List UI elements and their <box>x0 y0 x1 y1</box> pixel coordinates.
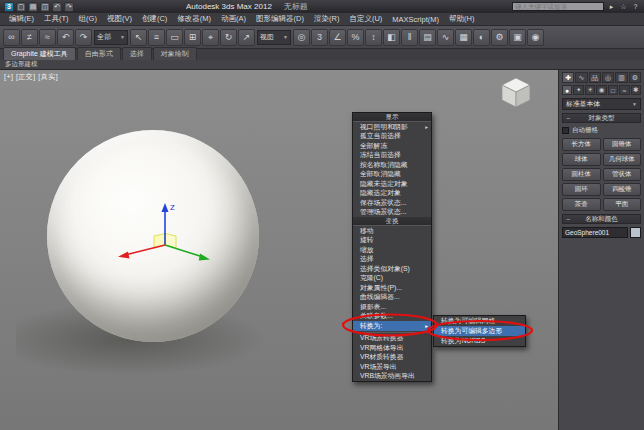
tab-motion[interactable]: ◎ <box>602 72 614 83</box>
menu-rendering[interactable]: 渲染(R) <box>309 14 344 24</box>
tab-object-paint[interactable]: 对象绘制 <box>153 47 197 60</box>
quad-header-transform[interactable]: 变换 <box>353 217 431 226</box>
app-logo[interactable]: 3 <box>4 2 14 12</box>
mirror-icon[interactable]: ◧ <box>383 29 400 46</box>
select-object-icon[interactable]: ↖ <box>130 29 147 46</box>
snap-toggle-icon[interactable]: 3 <box>311 29 328 46</box>
spinner-snap-icon[interactable]: ↕ <box>365 29 382 46</box>
new-file-icon[interactable]: ▢ <box>16 2 26 12</box>
menu-item-select[interactable]: 选择 <box>353 255 431 265</box>
menu-item-object-properties[interactable]: 对象属性(P)... <box>353 283 431 293</box>
coord-system-dropdown[interactable]: 视图 ▼ <box>257 30 291 45</box>
unlink-icon[interactable]: ≠ <box>21 29 38 46</box>
plane-button[interactable]: 平面 <box>603 198 642 211</box>
subtab-lights[interactable]: ☀ <box>585 85 595 95</box>
subtab-cameras[interactable]: ◉ <box>596 85 606 95</box>
category-dropdown[interactable]: 标准基本体 ▼ <box>562 98 641 110</box>
layer-manager-icon[interactable]: ▤ <box>419 29 436 46</box>
select-scale-icon[interactable]: ↗ <box>238 29 255 46</box>
geosphere-button[interactable]: 几何球体 <box>603 153 642 166</box>
menu-edit[interactable]: 编辑(E) <box>4 14 39 24</box>
cone-button[interactable]: 圆锥体 <box>603 138 642 151</box>
save-icon[interactable]: ◫ <box>40 2 50 12</box>
menu-item-wire-parameters[interactable]: 关联参数... <box>353 312 431 322</box>
select-link-icon[interactable]: ∞ <box>3 29 20 46</box>
render-icon[interactable]: ◉ <box>527 29 544 46</box>
redo-icon[interactable]: ↷ <box>64 2 74 12</box>
percent-snap-icon[interactable]: % <box>347 29 364 46</box>
window-crossing-icon[interactable]: ⊞ <box>184 29 201 46</box>
selection-filter-dropdown[interactable]: 全部 ▼ <box>94 30 128 45</box>
quad-header-display[interactable]: 显示 <box>353 113 431 122</box>
menu-group[interactable]: 组(G) <box>74 14 102 24</box>
menu-item-isolate-selection[interactable]: 孤立当前选择 <box>353 132 431 142</box>
menu-item-freeze-selection[interactable]: 冻结当前选择 <box>353 151 431 161</box>
menu-item-convert-to[interactable]: 转换为: ▸ <box>353 321 431 331</box>
sphere-button[interactable]: 球体 <box>562 153 601 166</box>
menu-item-hide-unselected[interactable]: 隐藏未选定对象 <box>353 179 431 189</box>
curve-editor-icon[interactable]: ∿ <box>437 29 454 46</box>
rendered-frame-icon[interactable]: ▣ <box>509 29 526 46</box>
polygon-modeling-panel-label[interactable]: 多边形建模 <box>5 60 38 69</box>
menu-item-vray-scene-converter[interactable]: VR场景转换器 <box>353 334 431 344</box>
tab-selection[interactable]: 选择 <box>122 47 152 60</box>
tab-modify[interactable]: ∿ <box>575 72 587 83</box>
select-rotate-icon[interactable]: ↻ <box>220 29 237 46</box>
menu-help[interactable]: 帮助(H) <box>444 14 479 24</box>
select-move-icon[interactable]: ⌖ <box>202 29 219 46</box>
undo-icon[interactable]: ↶ <box>52 2 62 12</box>
bind-spacewarp-icon[interactable]: ≈ <box>39 29 56 46</box>
menu-item-unhide-all[interactable]: 全部取消隐藏 <box>353 170 431 180</box>
menu-item-viewport-lighting[interactable]: 视口照明和阴影 ▸ <box>353 122 431 132</box>
pyramid-button[interactable]: 四棱锥 <box>603 183 642 196</box>
menu-item-move[interactable]: 移动 <box>353 226 431 236</box>
subtab-space-warps[interactable]: ≈ <box>619 85 629 95</box>
star-icon[interactable]: ☆ <box>619 3 628 11</box>
menu-item-convert-editable-poly[interactable]: 转换为可编辑多边形 <box>434 326 525 336</box>
dope-sheet-icon[interactable]: ▦ <box>455 29 472 46</box>
menu-item-vray-scene-anim-export[interactable]: VRB场景动画导出 <box>353 372 431 382</box>
align-icon[interactable]: ‖ <box>401 29 418 46</box>
tab-hierarchy[interactable]: 品 <box>589 72 601 83</box>
menu-animation[interactable]: 动画(A) <box>216 14 251 24</box>
subtab-systems[interactable]: ✱ <box>631 85 641 95</box>
menu-customize[interactable]: 自定义(U) <box>344 14 387 24</box>
tab-utilities[interactable]: ⚙ <box>629 72 641 83</box>
viewcube[interactable] <box>498 74 534 110</box>
help-icon[interactable]: ? <box>631 3 640 10</box>
menu-views[interactable]: 视图(V) <box>102 14 137 24</box>
torus-button[interactable]: 圆环 <box>562 183 601 196</box>
redo-icon[interactable]: ↷ <box>75 29 92 46</box>
box-button[interactable]: 长方体 <box>562 138 601 151</box>
menu-item-scale[interactable]: 缩放 <box>353 245 431 255</box>
tab-graphite-modeling[interactable]: Graphite 建模工具 <box>3 47 76 60</box>
menu-item-convert-nurbs[interactable]: 转换为NURBS <box>434 336 525 346</box>
menu-item-curve-editor[interactable]: 曲线编辑器... <box>353 293 431 303</box>
menu-graph-editors[interactable]: 图形编辑器(D) <box>251 14 309 24</box>
menu-item-select-similar[interactable]: 选择类似对象(S) <box>353 264 431 274</box>
tab-freeform[interactable]: 自由形式 <box>77 47 121 60</box>
menu-item-vray-mesh-export[interactable]: VR网格体导出 <box>353 343 431 353</box>
viewport[interactable]: [+] [正交] [真实] Z <box>0 70 558 430</box>
tab-create[interactable]: ✚ <box>562 72 574 83</box>
angle-snap-icon[interactable]: ∠ <box>329 29 346 46</box>
menu-item-save-scene-state[interactable]: 保存场景状态... <box>353 198 431 208</box>
object-name-field[interactable]: GeoSphere001 <box>562 227 628 238</box>
select-by-name-icon[interactable]: ≡ <box>148 29 165 46</box>
selection-region-icon[interactable]: ▭ <box>166 29 183 46</box>
menu-item-dope-sheet[interactable]: 摄影表... <box>353 302 431 312</box>
subtab-shapes[interactable]: ✦ <box>573 85 583 95</box>
teapot-button[interactable]: 茶壶 <box>562 198 601 211</box>
menu-create[interactable]: 创建(C) <box>137 14 172 24</box>
material-editor-icon[interactable]: ◐ <box>473 29 490 46</box>
menu-item-vray-scene-export[interactable]: VR场景导出 <box>353 362 431 372</box>
subtab-helpers[interactable]: □ <box>608 85 618 95</box>
search-input[interactable] <box>512 2 604 11</box>
tube-button[interactable]: 管状体 <box>603 168 642 181</box>
menu-item-unfreeze-all[interactable]: 全部解冻 <box>353 141 431 151</box>
menu-item-hide-selection[interactable]: 隐藏选定对象 <box>353 189 431 199</box>
menu-item-rotate[interactable]: 旋转 <box>353 236 431 246</box>
viewport-label[interactable]: [+] [正交] [真实] <box>4 72 58 82</box>
subtab-geometry[interactable]: ● <box>562 85 572 95</box>
menu-item-unhide-by-name[interactable]: 按名称取消隐藏 <box>353 160 431 170</box>
